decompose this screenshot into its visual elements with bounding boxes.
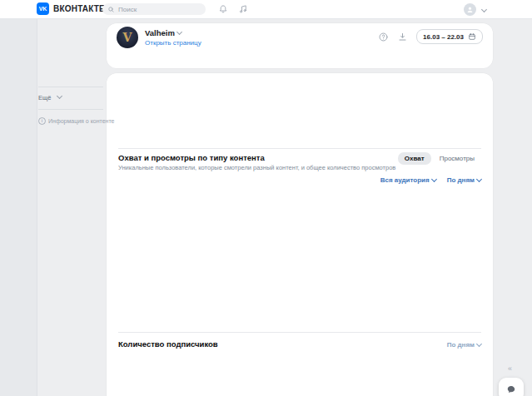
subscribers-count-chart[interactable] xyxy=(107,356,493,396)
search-icon xyxy=(107,6,115,13)
sidebar-divider xyxy=(38,87,103,87)
period-filter-dropdown[interactable]: По дням xyxy=(447,176,481,184)
reach-chart-subtitle: Уникальные пользователи, которые смотрел… xyxy=(118,164,397,171)
info-icon: i xyxy=(38,117,46,125)
divider xyxy=(118,332,481,333)
reach-by-content-type-chart[interactable] xyxy=(107,188,493,314)
vk-brand[interactable]: VK ВКОНТАКТЕ xyxy=(37,2,105,15)
community-header-card: V Valheim Открыть страницу 16.03 – 22.03 xyxy=(107,23,493,68)
calendar-icon xyxy=(468,32,476,41)
music-icon[interactable] xyxy=(238,4,248,14)
date-range-picker[interactable]: 16.03 – 22.03 xyxy=(416,29,483,44)
brand-name: ВКОНТАКТЕ xyxy=(53,4,105,13)
statistics-card: Охват и просмотры по типу контента Уника… xyxy=(107,73,493,396)
sidebar: Ещё i Информация о контенте xyxy=(38,67,108,125)
sidebar-divider xyxy=(38,109,103,110)
chat-bubble-icon xyxy=(506,384,516,394)
chat-widget-button[interactable] xyxy=(499,378,524,396)
collapse-panel-button[interactable]: « xyxy=(508,364,511,373)
divider xyxy=(118,148,481,149)
topbar: VK ВКОНТАКТЕ Поиск xyxy=(0,0,532,19)
search-placeholder: Поиск xyxy=(118,6,137,13)
help-icon[interactable] xyxy=(378,32,389,42)
download-icon[interactable] xyxy=(397,32,408,42)
vk-logo-icon: VK xyxy=(37,2,49,15)
reach-chart-title: Охват и просмотры по типу контента xyxy=(118,153,265,162)
sidebar-link-more[interactable]: Ещё xyxy=(38,94,66,101)
profile-icon xyxy=(38,68,47,77)
subscribers-chart-title: Количество подписчиков xyxy=(118,339,218,349)
sidebar-item-profile[interactable] xyxy=(38,67,108,80)
audience-filter-dropdown[interactable]: Вся аудитория xyxy=(380,176,436,184)
bell-icon[interactable] xyxy=(218,4,228,14)
sidebar-group xyxy=(38,67,108,80)
toggle-views[interactable]: Просмотры xyxy=(433,152,481,165)
toggle-reach[interactable]: Охват xyxy=(398,152,431,165)
search-input[interactable]: Поиск xyxy=(102,3,206,15)
community-name[interactable]: Valheim xyxy=(145,28,181,37)
account-menu-chevron-icon[interactable] xyxy=(481,7,487,12)
subscribers-period-dropdown[interactable]: По дням xyxy=(447,341,481,349)
content-info-link[interactable]: i Информация о контенте xyxy=(38,117,108,125)
community-avatar[interactable]: V xyxy=(117,27,138,48)
left-rail xyxy=(0,18,37,396)
reach-views-toggle: Охват Просмотры xyxy=(398,152,481,165)
account-avatar[interactable] xyxy=(464,3,476,16)
open-page-link[interactable]: Открыть страницу xyxy=(145,39,201,47)
